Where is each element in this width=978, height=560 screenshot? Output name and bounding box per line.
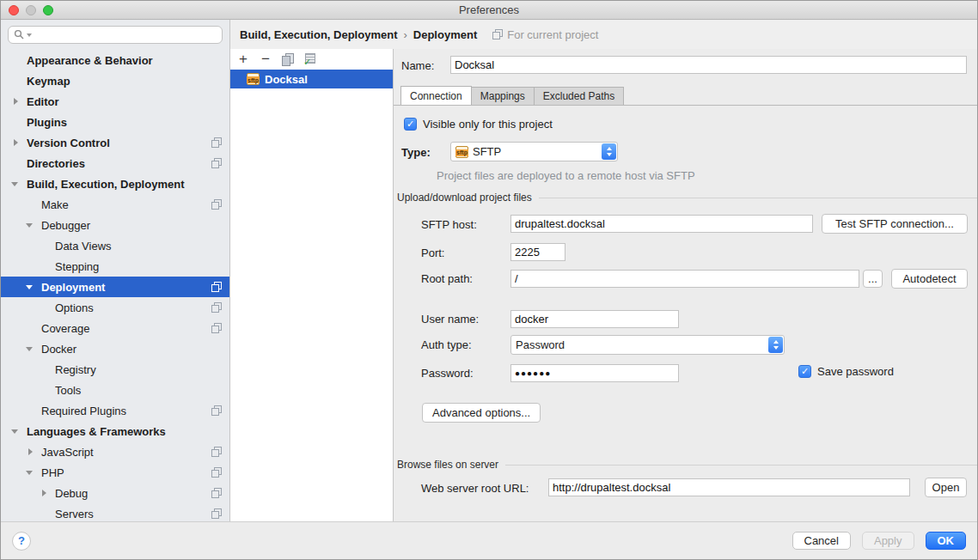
expand-arrow-right-icon[interactable]	[40, 490, 55, 496]
sidebar-item-php[interactable]: PHP	[1, 462, 229, 483]
sidebar-item-label: Registry	[55, 363, 222, 376]
type-value: SFTP	[473, 145, 501, 158]
tab-label: Excluded Paths	[543, 90, 614, 102]
add-server-button[interactable]: +	[237, 53, 249, 65]
sidebar-item-required-plugins[interactable]: Required Plugins	[1, 400, 229, 421]
settings-tree: Appearance & BehaviorKeymapEditorPlugins…	[1, 50, 229, 521]
type-label: Type:	[401, 146, 431, 159]
scope-indicator: For current project	[492, 28, 598, 41]
expand-arrow-down-icon[interactable]	[11, 426, 27, 437]
tab-mappings[interactable]: Mappings	[472, 87, 535, 106]
sidebar-item-debugger[interactable]: Debugger	[1, 215, 229, 235]
user-name-label: User name:	[421, 313, 479, 326]
sftp-host-input[interactable]	[510, 215, 813, 233]
sidebar-item-debug[interactable]: Debug	[1, 483, 229, 503]
sidebar-item-label: Directories	[27, 157, 211, 170]
web-root-input[interactable]	[548, 478, 910, 496]
sidebar-item-appearance-behavior[interactable]: Appearance & Behavior	[1, 50, 229, 70]
per-project-settings-icon	[211, 137, 222, 148]
expand-arrow-down-icon[interactable]	[26, 220, 41, 231]
sidebar-item-registry[interactable]: Registry	[1, 359, 229, 380]
sidebar-item-keymap[interactable]: Keymap	[1, 70, 229, 91]
browse-section-title: Browse files on server	[397, 459, 498, 471]
sidebar-item-coverage[interactable]: Coverage	[1, 318, 229, 338]
sidebar-item-plugins[interactable]: Plugins	[1, 112, 229, 132]
port-input[interactable]	[510, 243, 565, 261]
save-password-row: Save password	[798, 365, 894, 378]
sidebar-item-deployment[interactable]: Deployment	[1, 277, 229, 297]
footer-buttons: Cancel Apply OK	[792, 532, 967, 550]
search-filter-caret-icon[interactable]	[27, 33, 32, 37]
expand-arrow-right-icon[interactable]	[26, 448, 41, 455]
server-item-docksal[interactable]: Docksal	[230, 70, 393, 88]
password-input[interactable]	[510, 364, 679, 382]
root-path-browse-button[interactable]: ...	[863, 270, 883, 288]
sidebar-item-javascript[interactable]: JavaScript	[1, 441, 229, 462]
sidebar-item-editor[interactable]: Editor	[1, 91, 229, 112]
expand-arrow-down-icon[interactable]	[11, 179, 27, 190]
sidebar-item-label: Docker	[41, 343, 222, 356]
visible-only-checkbox[interactable]	[404, 118, 417, 131]
breadcrumb-current: Deployment	[413, 28, 477, 41]
sidebar-item-label: Languages & Frameworks	[27, 425, 222, 438]
ok-button[interactable]: OK	[926, 532, 967, 550]
window-title: Preferences	[1, 3, 977, 16]
expand-arrow-right-icon[interactable]	[11, 98, 27, 105]
expand-arrow-right-icon[interactable]	[11, 139, 27, 146]
sidebar-item-data-views[interactable]: Data Views	[1, 235, 229, 256]
sidebar-item-docker[interactable]: Docker	[1, 338, 229, 359]
sidebar-item-stepping[interactable]: Stepping	[1, 256, 229, 277]
dropdown-stepper-icon[interactable]	[768, 337, 783, 353]
user-name-input[interactable]	[510, 310, 679, 328]
titlebar: Preferences	[1, 1, 977, 20]
per-project-settings-icon	[492, 29, 503, 40]
sidebar-item-version-control[interactable]: Version Control	[1, 132, 229, 153]
sidebar-item-servers[interactable]: Servers	[1, 503, 229, 521]
search-input[interactable]	[34, 29, 217, 41]
close-window-button[interactable]	[9, 5, 19, 15]
open-button[interactable]: Open	[925, 478, 967, 497]
expand-arrow-down-icon[interactable]	[26, 282, 41, 293]
per-project-settings-icon	[211, 405, 222, 416]
per-project-settings-icon	[211, 302, 222, 313]
name-input[interactable]	[450, 56, 967, 74]
cancel-button[interactable]: Cancel	[792, 532, 851, 550]
scope-label: For current project	[507, 28, 598, 41]
settings-search-box[interactable]	[8, 26, 223, 44]
sidebar-item-label: Required Plugins	[41, 405, 211, 417]
autodetect-button[interactable]: Autodetect	[891, 269, 968, 289]
save-password-checkbox[interactable]	[798, 365, 811, 378]
expand-arrow-down-icon[interactable]	[26, 344, 41, 355]
use-as-default-button[interactable]	[304, 53, 316, 65]
auth-type-dropdown[interactable]: Password	[510, 335, 785, 355]
sidebar-item-tools[interactable]: Tools	[1, 380, 229, 400]
sftp-icon	[455, 146, 468, 158]
breadcrumb-parent[interactable]: Build, Execution, Deployment	[240, 28, 397, 41]
root-path-input[interactable]	[510, 270, 859, 288]
sidebar-item-make[interactable]: Make	[1, 194, 229, 215]
remove-server-button[interactable]: −	[260, 53, 272, 65]
copy-server-button[interactable]	[282, 53, 294, 65]
test-sftp-connection-button[interactable]: Test SFTP connection...	[822, 214, 968, 234]
footer-bar: ? Cancel Apply OK	[1, 521, 977, 559]
upload-section-header: Upload/download project files	[397, 192, 977, 204]
sidebar-item-label: Options	[55, 301, 211, 314]
per-project-settings-icon	[211, 488, 222, 498]
sidebar-item-directories[interactable]: Directories	[1, 153, 229, 173]
help-button[interactable]: ?	[12, 532, 31, 551]
server-list-panel: +− Docksal	[230, 49, 394, 521]
main-area: Appearance & BehaviorKeymapEditorPlugins…	[1, 20, 977, 521]
tab-connection[interactable]: Connection	[400, 86, 472, 106]
sidebar-item-label: PHP	[41, 466, 211, 479]
apply-button[interactable]: Apply	[862, 532, 914, 550]
zoom-window-button[interactable]	[43, 5, 53, 15]
type-dropdown[interactable]: SFTP	[450, 142, 618, 161]
search-icon	[14, 29, 25, 40]
advanced-options-button[interactable]: Advanced options...	[422, 403, 541, 423]
sidebar-item-languages-frameworks[interactable]: Languages & Frameworks	[1, 421, 229, 441]
tab-excluded-paths[interactable]: Excluded Paths	[535, 87, 624, 106]
sidebar-item-build-execution-deployment[interactable]: Build, Execution, Deployment	[1, 173, 229, 194]
dropdown-stepper-icon[interactable]	[602, 143, 616, 160]
sidebar-item-options[interactable]: Options	[1, 297, 229, 318]
expand-arrow-down-icon[interactable]	[26, 467, 41, 478]
